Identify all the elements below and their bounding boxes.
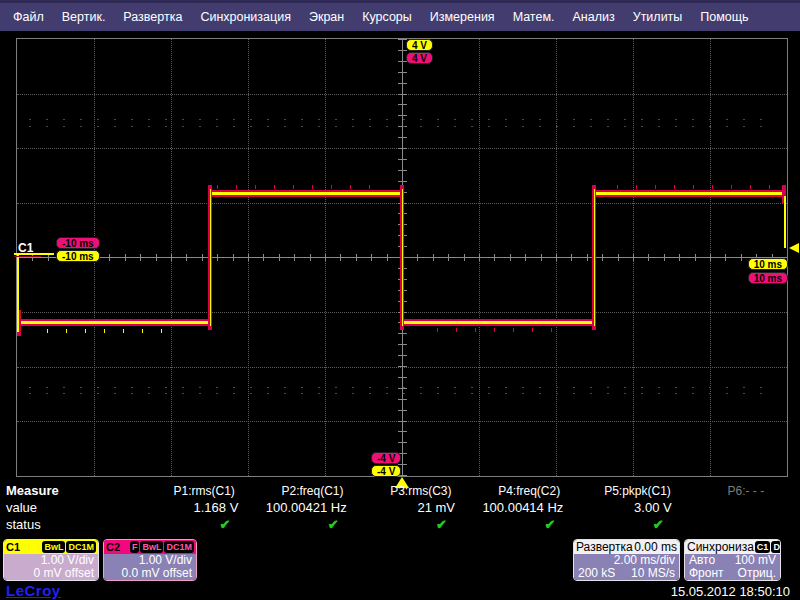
cursor-badge-bottom-c1[interactable]: -4 V (371, 465, 401, 477)
measure-param-p4[interactable]: P4:freq(C2) (475, 484, 583, 498)
menu-file[interactable]: Файл (4, 10, 53, 24)
trigger-level-marker-icon[interactable] (789, 243, 799, 253)
status-ok-icon: ✔ (475, 517, 583, 532)
channel2-zero-marker[interactable] (14, 256, 41, 257)
trace-noise (217, 185, 387, 189)
cursor-badge-top-c1[interactable]: 4 V (406, 39, 433, 51)
cursor-badge-top-c2[interactable]: 4 V (406, 52, 433, 64)
status-ok-icon: ✔ (583, 517, 691, 532)
trace-edge-c1 (210, 189, 211, 326)
channel1-zero-marker[interactable] (14, 253, 54, 255)
trace-c1 (402, 321, 594, 324)
cursor-badge-left-c2[interactable]: -10 ms (56, 237, 100, 249)
menu-measure[interactable]: Измерения (421, 10, 504, 24)
trace-edge-c1 (402, 189, 403, 326)
trace-noise (437, 328, 567, 332)
measure-value-p4: 100.00414 Hz (475, 500, 583, 515)
trace-c1 (210, 192, 402, 195)
channel1-descriptor-box[interactable]: C1 BwL DC1M 1.00 V/div 0 mV offset (3, 539, 99, 581)
measure-value-p3: 21 mV (367, 500, 475, 515)
trigger-source-badge: C1 (755, 541, 771, 553)
menu-utilities[interactable]: Утилиты (624, 10, 692, 24)
menu-trigger[interactable]: Синхронизация (191, 10, 300, 24)
cursor-badge-right-c1[interactable]: 10 ms (748, 258, 788, 270)
channel2-offset: 0.0 mV offset (122, 567, 192, 580)
measure-value-p1: 1.168 V (150, 500, 258, 515)
timebase-delay: 0.00 ms (634, 540, 677, 554)
measure-param-p3[interactable]: P3:rms(C3) (367, 484, 475, 498)
timebase-descriptor-box[interactable]: Развертка 0.00 ms 2.00 ms/div 200 kS 10 … (573, 539, 680, 581)
menu-bar: Файл Вертик. Развертка Синхронизация Экр… (0, 0, 800, 31)
channel1-offset: 0 mV offset (34, 567, 94, 580)
trigger-slope-label: Фронт (689, 567, 724, 580)
persistence-dots (29, 393, 775, 394)
oscilloscope-screen: Файл Вертик. Развертка Синхронизация Экр… (0, 0, 800, 600)
channel1-name: C1 (6, 541, 20, 553)
channel2-name: C2 (106, 541, 120, 553)
measure-param-p6[interactable]: P6:- - - (692, 484, 800, 498)
measure-status-row-label: status (0, 517, 150, 532)
lecroy-logo: LeCroy (6, 582, 61, 599)
measure-table: Measure P1:rms(C1) P2:freq(C1) P3:rms(C3… (0, 482, 800, 536)
status-ok-icon: ✔ (258, 517, 366, 532)
timebase-title: Развертка (576, 540, 633, 554)
status-ok-icon: ✔ (367, 517, 475, 532)
measure-value-p5: 3.00 V (583, 500, 691, 515)
measure-param-p2[interactable]: P2:freq(C1) (258, 484, 366, 498)
time-cursor-line (17, 253, 19, 332)
persistence-dots (29, 119, 775, 120)
measure-value-p2: 100.00421 Hz (258, 500, 366, 515)
channel2-descriptor-box[interactable]: C2 F BwL DC1M 1.00 V/div 0.0 mV offset (103, 539, 197, 581)
timebase-samples: 200 kS (578, 567, 615, 580)
cursor-badge-bottom-c2[interactable]: -4 V (371, 452, 401, 464)
menu-timebase[interactable]: Развертка (114, 10, 191, 24)
trigger-descriptor-box[interactable]: Синхрониза C1 DC Авто 100 mV Фронт Отриц… (684, 539, 781, 581)
measure-param-p1[interactable]: P1:rms(C1) (150, 484, 258, 498)
menu-help[interactable]: Помощь (691, 10, 757, 24)
menu-cursors[interactable]: Курсоры (353, 10, 421, 24)
channel1-bwl-badge: BwL (42, 541, 65, 553)
channel2-bwl-badge: BwL (140, 541, 163, 553)
waveform-grid (16, 38, 788, 477)
status-ok-icon: ✔ (150, 517, 258, 532)
menu-analysis[interactable]: Анализ (563, 10, 623, 24)
trigger-title: Синхрониза (687, 540, 754, 554)
measure-value-row-label: value (0, 500, 150, 515)
trigger-coupling-badge: DC (771, 541, 781, 553)
measure-header: Measure (0, 483, 150, 498)
trace-c1 (18, 321, 210, 324)
trigger-slope: Отриц. (738, 567, 776, 580)
time-cursor-line (784, 196, 786, 248)
trace-noise (617, 185, 777, 189)
measure-param-p5[interactable]: P5:pkpk(C1) (583, 484, 691, 498)
channel1-coupling-badge: DC1M (66, 541, 96, 553)
menu-math[interactable]: Матем. (504, 10, 564, 24)
menu-vertical[interactable]: Вертик. (53, 10, 115, 24)
trace-noise (47, 329, 167, 333)
channel2-filter-badge: F (130, 541, 140, 553)
trace-edge-c1 (594, 189, 595, 326)
channel2-coupling-badge: DC1M (164, 541, 194, 553)
timebase-rate: 10 MS/s (631, 567, 675, 580)
trace-c1 (594, 192, 786, 195)
persistence-dots (29, 387, 775, 388)
cursor-badge-right-c2[interactable]: 10 ms (748, 272, 788, 284)
datetime-display: 15.05.2012 18:50:10 (671, 584, 790, 599)
cursor-badge-left-c1[interactable]: -10 ms (56, 250, 100, 262)
menu-display[interactable]: Экран (300, 10, 353, 24)
persistence-dots (29, 126, 775, 127)
